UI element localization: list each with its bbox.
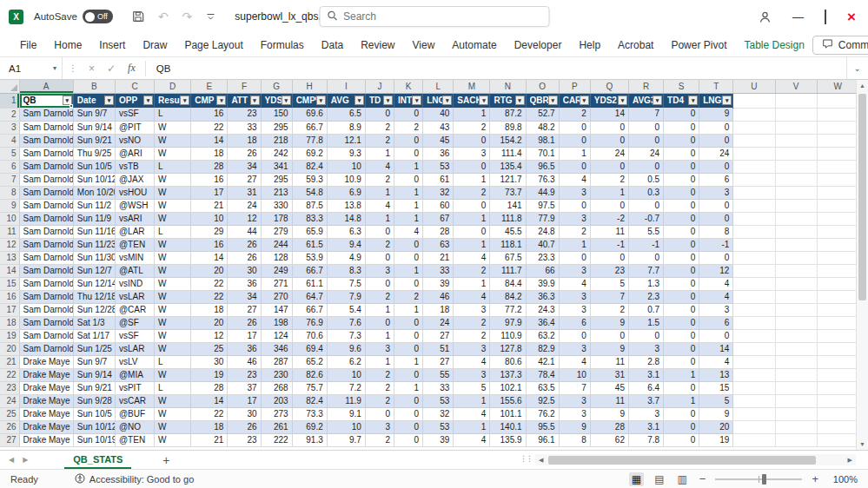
cell-E14[interactable]: 20 (191, 264, 228, 277)
cell-D18[interactable]: W (155, 316, 191, 329)
cell-A21[interactable]: Drake Maye (19, 355, 73, 368)
cell-M3[interactable]: 2 (454, 121, 490, 134)
insert-function-icon[interactable]: fx (122, 62, 142, 75)
column-header-C[interactable]: C (115, 80, 154, 93)
cell-N12[interactable]: 118.1 (490, 238, 526, 251)
cell-S4[interactable]: 0 (664, 134, 699, 147)
cell-O8[interactable]: 44.9 (526, 186, 559, 199)
cell-U15[interactable] (733, 277, 775, 290)
cell-W5[interactable] (817, 147, 858, 160)
cell-U20[interactable] (733, 342, 775, 355)
cell-M7[interactable]: 1 (454, 173, 490, 186)
cell-D17[interactable]: W (155, 303, 191, 316)
cell-D13[interactable]: W (155, 251, 191, 264)
name-box-caret-icon[interactable]: ▾ (53, 64, 56, 72)
cell-W2[interactable] (817, 108, 858, 121)
cell-K16[interactable]: 2 (394, 290, 423, 303)
expand-formula-bar-icon[interactable]: ⌄ (846, 57, 868, 79)
cell-R22[interactable]: 3.1 (628, 368, 663, 381)
search-input[interactable] (343, 10, 541, 23)
cell-T2[interactable]: 9 (699, 108, 733, 121)
vertical-scrollbar-thumb[interactable] (858, 94, 866, 300)
column-header-A[interactable]: A (19, 80, 73, 93)
cell-I24[interactable]: 11.9 (327, 394, 365, 407)
cell-S27[interactable]: 0 (664, 433, 699, 446)
filter-button-rtg[interactable]: ▾ (515, 96, 525, 105)
cell-V23[interactable] (775, 381, 817, 394)
row-header-4[interactable]: 4 (0, 134, 19, 147)
cell-D25[interactable]: W (155, 407, 191, 420)
cell-A26[interactable]: Drake Maye (19, 420, 73, 433)
select-all-button[interactable] (0, 80, 19, 93)
cell-J7[interactable]: 2 (365, 173, 394, 186)
cell-I20[interactable]: 9.6 (327, 342, 365, 355)
account-icon[interactable] (759, 10, 772, 23)
table-header-yds2[interactable]: YDS2▾ (590, 93, 628, 108)
cell-E6[interactable]: 28 (191, 160, 228, 173)
ribbon-tab-help[interactable]: Help (571, 36, 608, 55)
cell-L25[interactable]: 32 (423, 407, 454, 420)
cell-L24[interactable]: 53 (423, 394, 454, 407)
row-header-17[interactable]: 17 (0, 303, 19, 316)
cell-J8[interactable]: 1 (365, 186, 394, 199)
cell-G15[interactable]: 271 (261, 277, 292, 290)
table-header-date[interactable]: Date▾ (73, 93, 115, 108)
ribbon-tab-power-pivot[interactable]: Power Pivot (663, 36, 734, 55)
cell-E21[interactable]: 30 (191, 355, 228, 368)
row-header-19[interactable]: 19 (0, 329, 19, 342)
cell-L9[interactable]: 60 (423, 199, 454, 212)
table-header-td4[interactable]: TD4▾ (664, 93, 699, 108)
cell-K25[interactable]: 0 (394, 407, 423, 420)
cell-R4[interactable]: 0 (628, 134, 663, 147)
cell-H4[interactable]: 77.8 (292, 134, 327, 147)
cell-O16[interactable]: 36.3 (526, 290, 559, 303)
cell-I11[interactable]: 6.3 (327, 225, 365, 238)
cell-L26[interactable]: 53 (423, 420, 454, 433)
cell-M22[interactable]: 3 (454, 368, 490, 381)
row-header-24[interactable]: 24 (0, 394, 19, 407)
cell-U8[interactable] (733, 186, 775, 199)
cell-S21[interactable]: 0 (664, 355, 699, 368)
cell-J9[interactable]: 4 (365, 199, 394, 212)
cell-D7[interactable]: W (155, 173, 191, 186)
cell-K23[interactable]: 1 (394, 381, 423, 394)
cell-U22[interactable] (733, 368, 775, 381)
cell-M19[interactable]: 2 (454, 329, 490, 342)
cell-Q7[interactable]: 2 (590, 173, 628, 186)
cell-F17[interactable]: 27 (228, 303, 261, 316)
cell-C5[interactable]: @ARI (115, 147, 154, 160)
cell-A2[interactable]: Sam Darnold (19, 108, 73, 121)
cell-H20[interactable]: 69.4 (292, 342, 327, 355)
cell-V25[interactable] (775, 407, 817, 420)
cell-A6[interactable]: Sam Darnold (19, 160, 73, 173)
filter-button-cmp[interactable]: ▾ (216, 96, 226, 105)
cell-C9[interactable]: @WSH (115, 199, 154, 212)
cell-S11[interactable]: 0 (664, 225, 699, 238)
row-header-15[interactable]: 15 (0, 277, 19, 290)
scroll-right-icon[interactable]: ▶ (845, 457, 856, 464)
page-break-view-button[interactable]: ▥ (674, 472, 689, 486)
cell-N25[interactable]: 101.1 (490, 407, 526, 420)
cell-M17[interactable]: 3 (454, 303, 490, 316)
column-header-I[interactable]: I (327, 80, 365, 93)
cell-U5[interactable] (733, 147, 775, 160)
cell-C24[interactable]: vsCAR (115, 394, 154, 407)
formula-input[interactable]: QB (149, 63, 846, 74)
cell-O15[interactable]: 39.9 (526, 277, 559, 290)
maximize-button[interactable] (825, 11, 826, 23)
cell-E25[interactable]: 22 (191, 407, 228, 420)
cell-Q15[interactable]: 5 (590, 277, 628, 290)
cell-J4[interactable]: 2 (365, 134, 394, 147)
cell-W21[interactable] (817, 355, 858, 368)
cell-N8[interactable]: 73.7 (490, 186, 526, 199)
cell-H23[interactable]: 75.7 (292, 381, 327, 394)
cell-T10[interactable]: 0 (699, 212, 733, 225)
cell-A27[interactable]: Drake Maye (19, 433, 73, 446)
cell-W26[interactable] (817, 420, 858, 433)
cell-F25[interactable]: 30 (228, 407, 261, 420)
cell-K18[interactable]: 0 (394, 316, 423, 329)
table-header-td[interactable]: TD▾ (365, 93, 394, 108)
cell-G20[interactable]: 346 (261, 342, 292, 355)
cell-P10[interactable]: 3 (559, 212, 590, 225)
cell-H6[interactable]: 82.4 (292, 160, 327, 173)
